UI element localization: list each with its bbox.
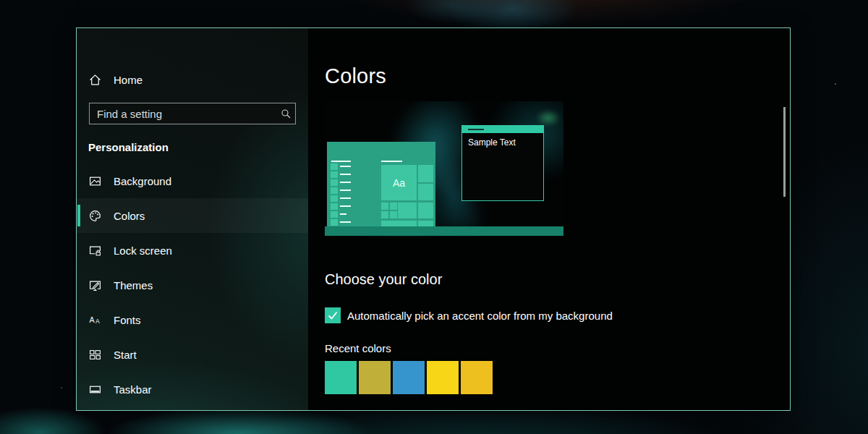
palette-icon — [89, 210, 101, 222]
auto-accent-checkbox-row[interactable]: Automatically pick an accent color from … — [325, 307, 613, 323]
preview-jellyfish-shape — [536, 110, 561, 126]
background-image-icon — [89, 175, 101, 187]
search-box — [89, 103, 296, 124]
recent-color-swatch[interactable] — [393, 361, 425, 394]
preview-sample-text: Sample Text — [462, 133, 543, 148]
page-title: Colors — [325, 64, 386, 88]
sidebar-item-colors[interactable]: Colors — [77, 198, 308, 233]
svg-text:A: A — [95, 317, 100, 324]
sidebar-nav: Background Colors Lock screen — [77, 163, 308, 407]
sidebar-item-label: Taskbar — [114, 383, 152, 396]
recent-color-swatch[interactable] — [427, 361, 459, 394]
auto-accent-checkbox-label: Automatically pick an accent color from … — [347, 310, 613, 322]
preview-sample-window-titlebar — [462, 126, 543, 133]
home-icon — [89, 74, 101, 86]
sidebar: Home Personalization Background — [77, 28, 308, 410]
fonts-icon: AA — [89, 314, 101, 326]
sidebar-item-label: Home — [114, 74, 142, 86]
main-content: Colors Aa — [308, 28, 790, 410]
sidebar-item-start[interactable]: Start — [77, 337, 308, 372]
sidebar-item-fonts[interactable]: AA Fonts — [77, 302, 308, 337]
auto-accent-checkbox[interactable] — [325, 307, 341, 323]
preview-sample-window: Sample Text — [461, 125, 544, 201]
sidebar-item-label: Fonts — [114, 314, 141, 326]
recent-color-swatch[interactable] — [461, 361, 493, 394]
sidebar-item-home[interactable]: Home — [89, 68, 142, 91]
sidebar-item-label: Themes — [114, 279, 153, 292]
settings-window: Settings Home Personalization — [76, 27, 791, 411]
themes-icon — [89, 279, 101, 292]
sidebar-item-label: Background — [114, 175, 171, 187]
preview-taskbar — [325, 226, 563, 236]
sidebar-item-themes[interactable]: Themes — [77, 268, 308, 302]
checkmark-icon — [327, 310, 339, 321]
sidebar-item-taskbar[interactable]: Taskbar — [77, 372, 308, 407]
recent-color-swatch[interactable] — [359, 361, 391, 394]
search-icon[interactable] — [276, 109, 295, 119]
recent-colors-label: Recent colors — [325, 342, 391, 354]
sidebar-item-label: Lock screen — [114, 244, 172, 257]
preview-tile-aa: Aa — [381, 165, 417, 200]
taskbar-icon — [89, 383, 101, 396]
preview-start-menu: Aa — [327, 142, 435, 226]
sidebar-item-label: Start — [114, 349, 137, 361]
choose-color-heading: Choose your color — [325, 271, 442, 288]
start-icon — [89, 349, 101, 361]
sidebar-item-lock-screen[interactable]: Lock screen — [77, 233, 308, 268]
preview-sample-window-title-dash — [468, 129, 484, 130]
svg-text:A: A — [90, 315, 95, 324]
sidebar-item-background[interactable]: Background — [77, 163, 308, 198]
theme-preview-image: Aa Sample Text — [325, 101, 563, 237]
vertical-scrollbar[interactable] — [783, 107, 786, 197]
lock-screen-icon — [89, 244, 101, 257]
recent-colors-swatches — [325, 361, 493, 394]
sidebar-section-title: Personalization — [88, 141, 169, 153]
search-input[interactable] — [90, 108, 276, 120]
sidebar-item-label: Colors — [114, 210, 145, 222]
recent-color-swatch[interactable] — [325, 361, 357, 394]
selected-accent-bar — [77, 205, 80, 226]
